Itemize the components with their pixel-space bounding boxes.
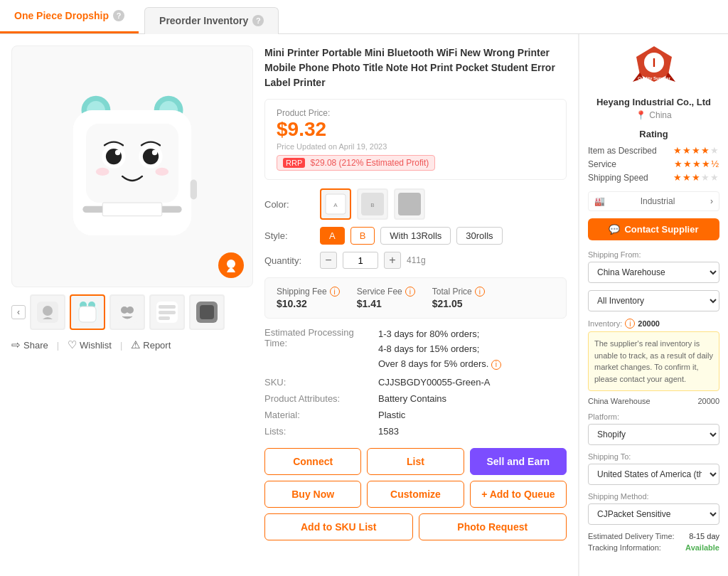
shipping-fee-label: Shipping Fee [277,287,327,297]
warehouse-row: China Warehouse 20000 [588,397,719,405]
tab-dropship[interactable]: One Piece Dropship ? [0,0,139,33]
location-icon: 📍 [636,110,646,120]
qty-row: − + 411g [320,252,426,269]
product-illustration [40,74,225,259]
material-value: Plastic [378,410,567,420]
thumbnail-5[interactable] [189,294,225,330]
shipping-from-select[interactable]: China Warehouse [588,262,719,283]
tab-preorder-help[interactable]: ? [252,15,264,26]
processing-time-label: Estimated Processing Time: [264,327,378,371]
shipping-fee-info-icon[interactable]: i [330,287,340,297]
total-price-info-icon[interactable]: i [475,287,485,297]
rating-stars-service: ★★★★½ [674,159,719,169]
processing-time-value: 1-3 days for 80% orders;4-8 days for 15%… [378,327,567,371]
svg-text:Quality Supplier: Quality Supplier [637,76,670,80]
list-button[interactable]: List [367,448,464,475]
style-btn-a[interactable]: A [320,227,345,245]
add-queue-button[interactable]: + Add to Queue [470,481,567,508]
thumbnail-3[interactable] [109,294,145,330]
rating-stars-described: ★★★★★ [673,145,719,156]
tab-preorder-label: Preorder Inventory [159,15,248,26]
category-row[interactable]: 🏭 Industrial › [588,191,719,211]
category-icon: 🏭 [594,196,605,206]
rrp-badge: RRP $29.08 (212% Estimated Profit) [277,155,435,171]
style-btn-rolls30[interactable]: 30rolls [456,227,502,245]
qty-plus-button[interactable]: + [384,252,401,269]
svg-point-14 [156,168,169,176]
svg-rect-16 [102,203,162,216]
product-top: ‹ [11,46,567,540]
contact-supplier-button[interactable]: 💬 Contact Supplier [588,218,719,240]
platform-label: Platform: [588,412,719,421]
platform-select[interactable]: Shopify [588,424,719,445]
processing-info-icon[interactable]: i [491,360,501,370]
svg-rect-31 [159,316,170,320]
report-button[interactable]: ⚠ Report [131,338,171,351]
fees-row: Shipping Fee i $10.32 Service Fee i $1.4… [277,287,555,309]
heart-icon: ♡ [68,338,77,351]
style-option-row: Style: A B With 13Rolls 30rolls [264,227,567,245]
thumbnail-4[interactable] [149,294,185,330]
service-fee: Service Fee i $1.41 [357,287,415,309]
inventory-info-icon[interactable]: i [625,319,635,329]
delivery-value: 8-15 day [689,532,719,540]
rating-title: Rating [588,129,719,139]
share-button[interactable]: ⇨ Share [11,338,48,351]
supplier-sidebar: I Quality Supplier Heyang Industrial Co.… [579,34,728,576]
color-option-1[interactable]: A [320,188,351,220]
category-label: Industrial [641,196,675,206]
share-icon: ⇨ [11,338,21,351]
shipping-to-select[interactable]: United States of America (the) [588,464,719,485]
thumbnail-1[interactable] [30,294,65,330]
btn-row-1: Connect List Sell and Earn [264,448,567,475]
color-label: Color: [264,199,314,210]
svg-rect-39 [398,193,421,215]
svg-point-13 [96,168,109,176]
category-chevron-icon: › [710,196,713,206]
qty-input[interactable] [343,252,378,269]
svg-point-9 [115,150,120,155]
attributes-row: Product Attributes: Battery Contains [264,393,567,404]
color-option-3[interactable] [394,188,425,220]
customize-button[interactable]: Customize [367,481,464,508]
style-label: Style: [264,230,314,241]
price-box: Product Price: $9.32 Price Updated on Ap… [264,99,567,180]
product-title: Mini Printer Portable Mini Bluetooth WiF… [264,46,567,90]
lists-label: Lists: [264,426,378,437]
thumbnail-2[interactable] [70,294,105,330]
material-label: Material: [264,410,378,420]
style-btn-b[interactable]: B [350,227,375,245]
add-sku-button[interactable]: Add to SKU List [264,513,413,540]
supplier-name: Heyang Industrial Co., Ltd [588,97,719,107]
processing-time-row: Estimated Processing Time: 1-3 days for … [264,327,567,371]
price-updated: Price Updated on April 19, 2023 [277,142,555,151]
sell-earn-button[interactable]: Sell and Earn [470,448,567,475]
inventory-warning-box: The supplier's real inventory is unable … [588,331,719,391]
inventory-filter-select[interactable]: All Inventory [588,290,719,311]
thumb-prev-arrow[interactable]: ‹ [11,305,26,319]
warehouse-qty: 20000 [697,397,719,405]
svg-point-27 [127,306,134,314]
sku-value: CJJSBGDY00055-Green-A [378,377,567,388]
style-btn-rolls13[interactable]: With 13Rolls [380,227,451,245]
product-panel: ‹ [0,34,579,576]
svg-rect-29 [159,305,176,309]
color-option-2[interactable]: B [357,188,388,220]
svg-rect-17 [191,180,197,200]
wishlist-button[interactable]: ♡ Wishlist [68,338,112,351]
rating-section: Rating Item as Described ★★★★★ Service ★… [588,129,719,183]
svg-rect-24 [79,306,96,322]
shipping-method-select[interactable]: CJPacket Sensitive [588,503,719,525]
qty-minus-button[interactable]: − [320,252,337,269]
weight-label: 411g [407,255,426,265]
social-row: ⇨ Share | ♡ Wishlist | ⚠ Report [11,338,253,351]
photo-request-button[interactable]: Photo Request [419,513,567,540]
tab-dropship-help[interactable]: ? [113,10,124,21]
product-info: Mini Printer Portable Mini Bluetooth WiF… [264,46,567,540]
tab-preorder[interactable]: Preorder Inventory ? [144,7,279,34]
buy-now-button[interactable]: Buy Now [264,481,361,508]
shipping-fee-value: $10.32 [277,298,340,309]
shipping-to-label: Shipping To: [588,452,719,461]
connect-button[interactable]: Connect [264,448,361,475]
service-fee-info-icon[interactable]: i [405,287,415,297]
